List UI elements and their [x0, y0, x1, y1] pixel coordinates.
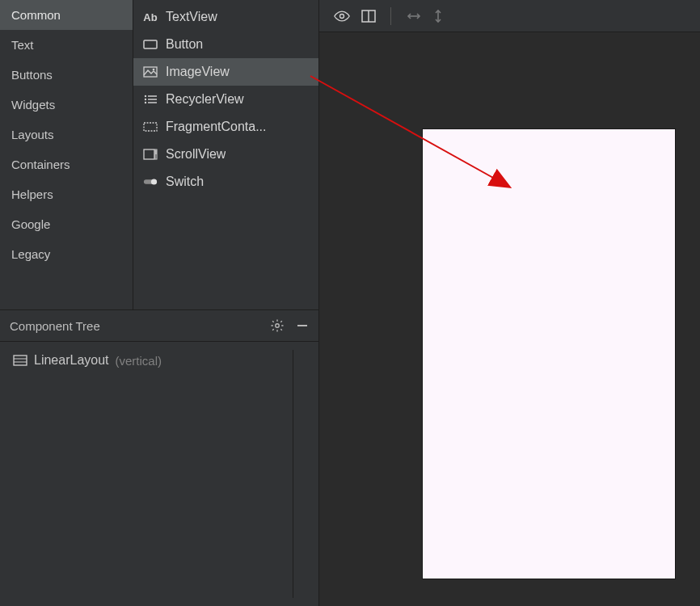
- palette-category-layouts[interactable]: Layouts: [0, 120, 133, 149]
- palette-category-containers[interactable]: Containers: [0, 149, 133, 179]
- label: Widgets: [11, 98, 55, 112]
- component-tree-root-row[interactable]: LinearLayout (vertical): [8, 350, 293, 371]
- palette: Common Text Buttons Widgets Layouts Cont…: [0, 0, 318, 310]
- palette-widget-list: Ab TextView Button ImageView: [133, 0, 318, 309]
- label: Google: [11, 217, 50, 231]
- widget-label: ImageView: [166, 65, 230, 79]
- widget-recyclerview[interactable]: RecyclerView: [133, 86, 318, 113]
- scroll-icon: [143, 148, 158, 161]
- widget-button[interactable]: Button: [133, 31, 318, 58]
- component-tree-panel: Component Tree: [0, 310, 318, 606]
- component-tree-root-label: LinearLayout: [34, 353, 109, 368]
- svg-rect-10: [144, 149, 154, 159]
- design-canvas[interactable]: [319, 32, 700, 606]
- widget-label: Button: [166, 37, 203, 52]
- resize-vertical-icon[interactable]: [433, 8, 443, 24]
- svg-rect-17: [14, 356, 27, 365]
- component-tree-body: LinearLayout (vertical): [0, 342, 318, 606]
- widget-switch[interactable]: Switch: [133, 168, 318, 196]
- toolbar-separator: [390, 7, 391, 25]
- device-preview[interactable]: [423, 129, 675, 579]
- eye-icon[interactable]: [334, 11, 350, 22]
- label: Legacy: [11, 247, 50, 261]
- gear-icon[interactable]: [270, 318, 285, 333]
- label: Buttons: [11, 68, 53, 82]
- label: Common: [11, 8, 61, 22]
- svg-point-14: [151, 179, 157, 184]
- preview-toolbar: [319, 0, 700, 32]
- image-icon: [143, 65, 158, 78]
- widget-label: Switch: [166, 175, 204, 189]
- text-ab-icon: Ab: [143, 11, 158, 23]
- split-view-icon[interactable]: [361, 10, 376, 23]
- svg-point-20: [340, 14, 344, 18]
- preview-panel: [319, 0, 700, 606]
- svg-point-5: [145, 99, 146, 100]
- label: Containers: [11, 158, 70, 171]
- label: Text: [11, 38, 34, 52]
- svg-point-3: [145, 95, 146, 97]
- app-root: Common Text Buttons Widgets Layouts Cont…: [0, 0, 700, 606]
- svg-rect-9: [144, 123, 157, 131]
- label: Layouts: [11, 128, 54, 141]
- svg-rect-12: [155, 150, 156, 154]
- widget-label: TextView: [166, 10, 217, 24]
- svg-point-15: [276, 324, 280, 328]
- fragment-icon: [143, 120, 158, 133]
- component-tree-gutter: [293, 350, 310, 598]
- left-panel: Common Text Buttons Widgets Layouts Cont…: [0, 0, 319, 606]
- widget-label: ScrollView: [166, 147, 226, 162]
- palette-category-text[interactable]: Text: [0, 30, 133, 60]
- label: Helpers: [11, 187, 53, 201]
- svg-point-7: [145, 102, 146, 103]
- palette-category-common[interactable]: Common: [0, 0, 133, 30]
- widget-fragmentcontainerview[interactable]: FragmentConta...: [133, 113, 318, 141]
- palette-category-legacy[interactable]: Legacy: [0, 239, 133, 269]
- switch-icon: [143, 175, 158, 188]
- component-tree-title: Component Tree: [10, 319, 100, 333]
- palette-category-list: Common Text Buttons Widgets Layouts Cont…: [0, 0, 133, 309]
- widget-imageview[interactable]: ImageView: [133, 58, 318, 86]
- component-tree-tools: [270, 318, 309, 333]
- palette-category-helpers[interactable]: Helpers: [0, 179, 133, 209]
- palette-category-buttons[interactable]: Buttons: [0, 60, 133, 90]
- widget-label: RecyclerView: [166, 92, 244, 107]
- svg-rect-0: [144, 40, 157, 48]
- palette-category-widgets[interactable]: Widgets: [0, 90, 133, 120]
- minimize-icon[interactable]: [296, 319, 309, 332]
- svg-point-2: [153, 69, 155, 71]
- resize-horizontal-icon[interactable]: [406, 11, 422, 21]
- component-tree-root-qualifier: (vertical): [116, 354, 162, 368]
- palette-category-google[interactable]: Google: [0, 209, 133, 239]
- widget-label: FragmentConta...: [166, 120, 267, 134]
- component-tree-header: Component Tree: [0, 310, 318, 342]
- list-icon: [143, 93, 158, 106]
- linearlayout-icon: [13, 355, 27, 366]
- button-icon: [143, 38, 158, 51]
- component-tree-content: LinearLayout (vertical): [8, 350, 293, 598]
- widget-scrollview[interactable]: ScrollView: [133, 141, 318, 168]
- widget-textview[interactable]: Ab TextView: [133, 3, 318, 31]
